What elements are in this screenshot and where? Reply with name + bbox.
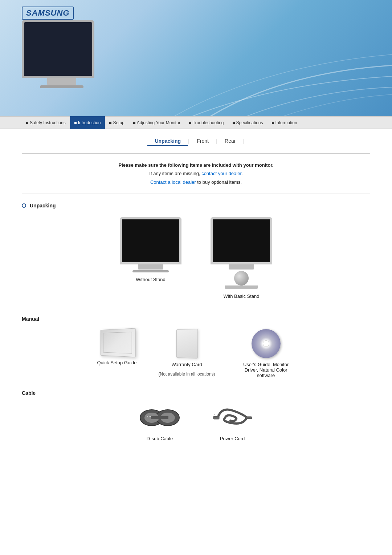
nav-item-specifications[interactable]: Specifications (228, 116, 268, 129)
product-item-without-stand: Without Stand (120, 217, 181, 299)
quick-setup-guide-label: Quick Setup Guide (97, 360, 136, 365)
top-divider (22, 153, 370, 154)
samsung-logo: SAMSUNG (22, 7, 74, 20)
nav-bar: Safety Instructions Introduction Setup A… (0, 116, 392, 129)
cable-items-grid: D-sub Cable Power Cord (22, 403, 370, 441)
main-content: Please make sure the following items are… (0, 153, 392, 456)
nav-dot-introduction (74, 122, 77, 124)
nav-item-adjusting[interactable]: Adjusting Your Monitor (129, 116, 185, 129)
monitor-screen (24, 22, 92, 76)
users-guide-label: User's Guide, Monitor Driver, Natural Co… (237, 362, 295, 378)
manual-item-cd: User's Guide, Monitor Driver, Natural Co… (237, 329, 295, 378)
cable-section: Cable (22, 390, 370, 441)
section-divider-3 (22, 384, 370, 384)
section-divider-2 (22, 310, 370, 310)
nav-item-information[interactable]: Information (268, 116, 302, 129)
manual-item-quick-setup: Quick Setup Guide (97, 329, 136, 365)
section-divider-1 (22, 194, 370, 194)
monitor-img-base (138, 264, 163, 270)
monitor-base (47, 78, 76, 85)
monitor-foot (40, 85, 83, 88)
cable-item-dsub: D-sub Cable (138, 403, 181, 441)
product-label-with-stand: With Basic Stand (224, 293, 260, 299)
svg-rect-6 (149, 416, 150, 417)
section-dot-unpacking (22, 203, 26, 208)
manual-items-grid: Quick Setup Guide Warranty Card (Not ava… (22, 329, 370, 378)
svg-rect-7 (150, 416, 151, 417)
monitor-img-stand (211, 217, 272, 264)
nav-dot-safety (26, 122, 28, 124)
intro-text-block: Please make sure the following items are… (22, 161, 370, 186)
power-cord-icon (211, 403, 254, 432)
tab-front[interactable]: Front (189, 137, 216, 146)
warranty-card-label: Warranty Card (172, 362, 202, 367)
tab-unpacking[interactable]: Unpacking (147, 137, 188, 146)
banner-curves-decoration (138, 0, 392, 116)
monitor-without-stand-image (120, 217, 181, 272)
monitor-body (22, 20, 94, 78)
manual-section: Manual Quick Setup Guide Warranty Card (… (22, 316, 370, 378)
banner-monitor-illustration (22, 20, 102, 93)
header-banner: SAMSUNG (0, 0, 392, 116)
cd-disc-icon (252, 329, 281, 358)
dsub-cable-icon (138, 403, 181, 432)
warranty-card-note: (Not available in all locations) (159, 371, 215, 377)
nav-dot-specifications (233, 122, 235, 124)
monitor-img-foot (132, 270, 169, 272)
products-grid: Without Stand With Basic Stand (22, 217, 370, 299)
svg-rect-4 (151, 416, 168, 419)
dsub-cable-label: D-sub Cable (147, 436, 173, 441)
monitor-stand-base2 (225, 285, 258, 289)
bottom-padding (22, 441, 370, 456)
nav-item-troubleshooting[interactable]: Troubleshooting (185, 116, 228, 129)
nav-item-setup[interactable]: Setup (105, 116, 128, 129)
cable-item-power: Power Cord (211, 403, 254, 441)
monitor-with-stand-image (211, 217, 272, 289)
monitor-stand-ball (234, 271, 249, 285)
nav-dot-information (272, 122, 274, 124)
monitor-img-base-2 (229, 264, 254, 270)
svg-rect-5 (147, 416, 148, 417)
nav-dot-adjusting (133, 122, 135, 124)
product-label-without-stand: Without Stand (136, 277, 166, 282)
unpacking-section-header: Unpacking (22, 200, 370, 208)
nav-dot-setup (109, 122, 111, 124)
manual-item-warranty: Warranty Card (Not available in all loca… (159, 329, 215, 377)
svg-rect-11 (245, 417, 252, 419)
product-item-with-stand: With Basic Stand (211, 217, 272, 299)
tabs-row: Unpacking | Front | Rear | (0, 129, 392, 150)
guide-book-icon (101, 328, 136, 357)
dsub-cable-svg (138, 403, 181, 432)
nav-item-safety[interactable]: Safety Instructions (22, 116, 70, 129)
local-dealer-link[interactable]: Contact a local dealer (150, 179, 196, 185)
tab-sep-3: | (243, 138, 244, 145)
svg-rect-8 (213, 416, 219, 419)
power-cord-label: Power Cord (220, 436, 245, 441)
warranty-card-icon (176, 329, 197, 358)
tab-rear[interactable]: Rear (217, 137, 243, 146)
contact-dealer-link[interactable]: contact your dealer (201, 171, 241, 176)
unpacking-section-title: Unpacking (30, 203, 56, 208)
power-cord-svg (211, 403, 254, 432)
monitor-img-flat (120, 217, 181, 264)
nav-item-introduction[interactable]: Introduction (70, 116, 105, 129)
cable-section-title: Cable (22, 390, 370, 396)
manual-section-title: Manual (22, 316, 370, 322)
nav-dot-troubleshooting (189, 122, 191, 124)
